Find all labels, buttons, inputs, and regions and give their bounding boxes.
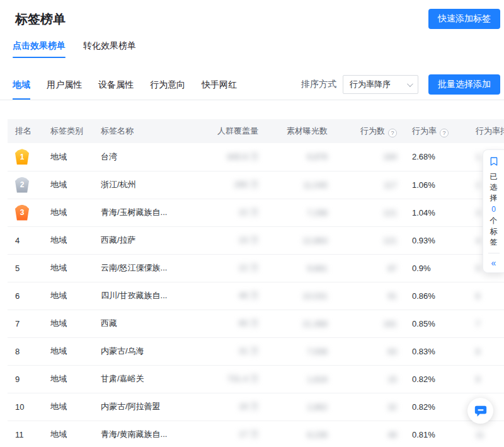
column-header-7: 行为率排名 xyxy=(468,119,504,143)
exposure-cell: 10,031 xyxy=(266,282,335,310)
sort-select[interactable]: 行为率降序 xyxy=(343,75,418,94)
tag-name-cell: 青海/玉树藏族自... xyxy=(93,199,200,226)
medal-rank-1-icon: 1 xyxy=(15,149,29,165)
coverage-cell: 46 万 xyxy=(200,282,266,310)
exposure-cell: 1,816 xyxy=(266,365,335,393)
category-cell: 地域 xyxy=(43,226,93,254)
rate-cell: 0.83% xyxy=(404,337,468,365)
coverage-cell: 22 万 xyxy=(200,254,266,282)
category-tab-2[interactable]: 设备属性 xyxy=(98,79,134,100)
actions-cell: 48 xyxy=(335,421,404,447)
actions-cell: 181 xyxy=(335,310,404,337)
coverage-cell: 65 万 xyxy=(200,310,266,337)
exposure-cell: 11,045 xyxy=(266,171,335,199)
table-row: 9地域甘肃/嘉峪关731.4 万1,816150.82%9 xyxy=(8,365,504,393)
panel-divider xyxy=(488,253,500,253)
rank-cell: 2 xyxy=(8,171,43,199)
coverage-cell: 22 万 xyxy=(200,199,266,226)
category-cell: 地域 xyxy=(43,393,93,421)
category-tabs: 地域用户属性设备属性行为意向快手网红 xyxy=(13,79,237,100)
actions-cell: 15 xyxy=(335,365,404,393)
toolbar-right: 排序方式 行为率降序 批量选择添加 xyxy=(301,74,500,95)
chevron-down-icon xyxy=(407,81,413,87)
tag-name-cell: 云南/怒江傈僳族... xyxy=(93,254,200,282)
tag-name-cell: 浙江/杭州 xyxy=(93,171,200,199)
table-row: 7地域西藏65 万21,3681810.85%7 xyxy=(8,310,504,337)
rank-cell: 11 xyxy=(8,421,43,447)
column-header-4: 素材曝光数 xyxy=(266,119,335,143)
chat-button[interactable] xyxy=(467,398,493,424)
column-label: 标签类别 xyxy=(50,126,83,136)
coverage-cell: 845.6 万 xyxy=(200,143,266,171)
selection-panel[interactable]: 已选择 0 个标签 xyxy=(483,149,504,273)
category-tab-0[interactable]: 地域 xyxy=(13,79,30,100)
actions-cell: 117 xyxy=(335,171,404,199)
tag-name-cell: 西藏/拉萨 xyxy=(93,226,200,254)
sort-label: 排序方式 xyxy=(301,79,336,90)
exposure-cell: 21,368 xyxy=(266,310,335,337)
actions-cell: 32 xyxy=(335,393,404,421)
coverage-cell: 17 万 xyxy=(200,421,266,447)
table-row: 5地域云南/怒江傈僳族...22 万9,681870.9%5 xyxy=(8,254,504,282)
info-icon[interactable] xyxy=(440,129,449,137)
page-title: 标签榜单 xyxy=(15,11,66,28)
tag-name-cell: 四川/甘孜藏族自... xyxy=(93,282,200,310)
expand-panel-icon[interactable] xyxy=(491,258,496,267)
column-label: 素材曝光数 xyxy=(287,126,328,136)
column-label: 行为率 xyxy=(412,126,437,136)
category-tab-4[interactable]: 快手网红 xyxy=(202,79,237,100)
rank-number: 9 xyxy=(15,374,20,384)
tag-name-cell: 青海/黄南藏族自... xyxy=(93,421,200,447)
rank-cell: 8 xyxy=(8,337,43,365)
column-label: 标签名称 xyxy=(101,126,134,136)
rate-rank-cell: 6 xyxy=(468,282,504,310)
actions-cell: 184 xyxy=(335,143,404,171)
rate-cell: 1.04% xyxy=(404,199,468,226)
rate-cell: 0.81% xyxy=(404,421,468,447)
actions-cell: 63 xyxy=(335,337,404,365)
table-row: 3地域青海/玉树藏族自...22 万7,2981211.04%3 xyxy=(8,199,504,226)
actions-cell: 91 xyxy=(335,282,404,310)
category-tab-3[interactable]: 行为意向 xyxy=(150,79,185,100)
rank-cell: 1 xyxy=(8,143,43,171)
column-header-1: 标签类别 xyxy=(43,119,93,143)
medal-rank-3-icon: 3 xyxy=(15,205,29,221)
table-header-row: 排名标签类别标签名称人群覆盖量素材曝光数行为数行为率行为率排名 xyxy=(8,119,504,143)
rank-cell: 10 xyxy=(8,393,43,421)
bookmark-icon xyxy=(489,156,499,166)
column-label: 行为率排名 xyxy=(476,126,504,136)
rank-number: 8 xyxy=(15,347,20,356)
table-row: 4地域西藏/拉萨23 万12,8631210.93%4 xyxy=(8,226,504,254)
rank-cell: 7 xyxy=(8,310,43,337)
main-tab-0[interactable]: 点击效果榜单 xyxy=(13,40,66,58)
rank-number: 7 xyxy=(15,319,20,328)
tag-name-cell: 甘肃/嘉峪关 xyxy=(93,365,200,393)
chat-bubble-icon xyxy=(474,404,488,418)
table-row: 6地域四川/甘孜藏族自...46 万10,031910.86%6 xyxy=(8,282,504,310)
category-cell: 地域 xyxy=(43,421,93,447)
rate-cell: 0.9% xyxy=(404,254,468,282)
coverage-cell: 265 万 xyxy=(200,171,266,199)
category-tab-1[interactable]: 用户属性 xyxy=(47,79,82,100)
rate-cell: 0.86% xyxy=(404,282,468,310)
selected-count: 0 xyxy=(491,204,496,215)
tag-name-cell: 内蒙古/乌海 xyxy=(93,337,200,365)
info-icon[interactable] xyxy=(388,129,397,137)
main-tab-1[interactable]: 转化效果榜单 xyxy=(83,40,136,58)
toolbar-row: 地域用户属性设备属性行为意向快手网红 排序方式 行为率降序 批量选择添加 xyxy=(0,58,504,100)
rate-cell: 0.93% xyxy=(404,226,468,254)
tag-name-cell: 西藏 xyxy=(93,310,200,337)
category-cell: 地域 xyxy=(43,282,93,310)
coverage-cell: 23 万 xyxy=(200,226,266,254)
rank-number: 5 xyxy=(15,264,20,273)
medal-rank-2-icon: 2 xyxy=(15,177,29,193)
batch-select-add-button[interactable]: 批量选择添加 xyxy=(428,74,500,95)
rank-cell: 9 xyxy=(8,365,43,393)
leaderboard-table: 排名标签类别标签名称人群覆盖量素材曝光数行为数行为率行为率排名 1地域台湾845… xyxy=(8,119,504,447)
rank-number: 6 xyxy=(15,291,20,301)
quick-add-tag-button[interactable]: 快速添加标签 xyxy=(428,9,500,29)
table-body: 1地域台湾845.6 万6,8761842.68%12地域浙江/杭州265 万1… xyxy=(8,143,504,447)
column-header-5: 行为数 xyxy=(335,119,404,143)
table-row: 2地域浙江/杭州265 万11,0451171.06%2 xyxy=(8,171,504,199)
coverage-cell: 31 万 xyxy=(200,337,266,365)
